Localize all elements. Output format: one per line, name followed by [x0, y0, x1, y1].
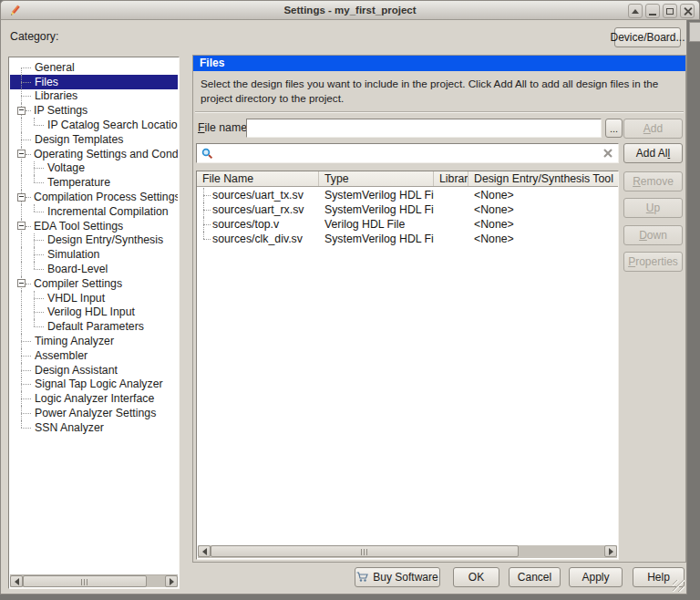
sidebar-item-label: Design Assistant — [34, 364, 118, 377]
sidebar-item-eda-tool-settings[interactable]: EDA Tool Settings — [10, 219, 178, 233]
tree-expander-icon[interactable] — [17, 150, 26, 158]
sidebar-item-label: Signal Tap Logic Analyzer — [34, 378, 163, 390]
column-header-type[interactable]: Type — [319, 171, 434, 186]
maximize-icon[interactable] — [663, 4, 677, 18]
file-filter-input[interactable] — [213, 145, 603, 161]
sidebar-item-label: Verilog HDL Input — [46, 305, 135, 318]
device-board-button[interactable]: Device/Board... — [614, 27, 681, 47]
file-name-cell: sources/uart_tx.sv — [212, 189, 304, 202]
sidebar-item-design-entry-synthesis[interactable]: Design Entry/Synthesis — [10, 233, 178, 248]
titlebar[interactable]: Settings - my_first_project — [0, 0, 700, 20]
clear-icon[interactable] — [603, 149, 612, 158]
column-header-library[interactable]: Library — [434, 171, 468, 186]
properties-button[interactable]: Properties — [623, 252, 683, 272]
tree-connector — [26, 276, 33, 291]
sidebar-item-label: Incremental Compilation — [46, 205, 169, 218]
scroll-left-icon[interactable] — [10, 575, 23, 587]
resize-grip[interactable] — [673, 580, 685, 592]
tree-expander-icon[interactable] — [17, 222, 26, 230]
table-scrollbar-thumb[interactable] — [211, 545, 519, 557]
up-button[interactable]: Up — [623, 198, 683, 218]
add-button[interactable]: Add — [623, 119, 683, 139]
sidebar-item-simulation[interactable]: Simulation — [10, 247, 178, 262]
tree-horizontal-scrollbar[interactable] — [10, 574, 178, 587]
tree-connector — [34, 233, 46, 248]
sidebar-item-files[interactable]: Files — [10, 75, 178, 89]
sidebar-item-general[interactable]: General — [10, 60, 178, 75]
tree-connector — [21, 420, 34, 435]
apply-button[interactable]: Apply — [569, 567, 623, 587]
sidebar-item-assembler[interactable]: Assembler — [10, 348, 178, 363]
tree-connector — [34, 305, 46, 320]
sidebar-item-label: Power Analyzer Settings — [34, 407, 156, 419]
sidebar-item-timing-analyzer[interactable]: Timing Analyzer — [10, 334, 178, 348]
sidebar-item-libraries[interactable]: Libraries — [10, 89, 178, 104]
description-line: Select the design files you want to incl… — [201, 77, 682, 91]
sidebar-item-compilation-process-settings[interactable]: Compilation Process Settings — [10, 190, 178, 204]
ok-button[interactable]: OK — [453, 567, 499, 587]
sidebar-item-temperature[interactable]: Temperature — [10, 175, 178, 190]
files-page-panel: Files Select the design files you want t… — [192, 55, 686, 563]
column-header-design-entry-tool[interactable]: Design Entry/Synthesis Tool — [468, 171, 618, 186]
category-tree-rows: GeneralFilesLibrariesIP SettingsIP Catal… — [10, 60, 178, 574]
tree-scrollbar-thumb[interactable] — [23, 575, 147, 587]
column-header-file-name[interactable]: File Name — [197, 171, 319, 186]
tree-connector — [34, 262, 46, 276]
sidebar-item-logic-analyzer-interface[interactable]: Logic Analyzer Interface — [10, 391, 178, 406]
table-horizontal-scrollbar[interactable] — [198, 545, 617, 558]
sidebar-item-label: VHDL Input — [46, 292, 105, 305]
browse-button[interactable]: ... — [605, 119, 623, 138]
category-tree[interactable]: GeneralFilesLibrariesIP SettingsIP Catal… — [8, 57, 180, 589]
table-row[interactable]: sources/clk_div.svSystemVerilog HDL File… — [197, 232, 618, 246]
file-filter-field[interactable] — [196, 143, 619, 163]
scroll-right-icon[interactable] — [165, 575, 178, 587]
file-name-input[interactable] — [246, 119, 602, 138]
tree-expander-icon[interactable] — [17, 279, 26, 287]
tree-connector — [21, 348, 34, 363]
sidebar-item-label: General — [34, 61, 75, 74]
sidebar-item-design-templates[interactable]: Design Templates — [10, 132, 178, 147]
tree-connector — [34, 204, 46, 219]
sidebar-item-power-analyzer-settings[interactable]: Power Analyzer Settings — [10, 406, 178, 420]
sidebar-item-design-assistant[interactable]: Design Assistant — [10, 363, 178, 378]
window-controls — [628, 4, 695, 18]
tree-connector — [203, 202, 212, 217]
sidebar-item-operating-settings-and-conditions[interactable]: Operating Settings and Conditions — [10, 147, 178, 161]
sidebar-item-ssn-analyzer[interactable]: SSN Analyzer — [10, 420, 178, 435]
table-row[interactable]: sources/uart_tx.svSystemVerilog HDL File… — [197, 188, 618, 202]
table-row[interactable]: sources/uart_rx.svSystemVerilog HDL File… — [197, 202, 618, 217]
add-all-button[interactable]: Add All — [623, 143, 683, 163]
tree-connector — [21, 132, 34, 147]
tree-connector — [203, 188, 212, 202]
scroll-left-icon[interactable] — [198, 545, 211, 557]
table-row[interactable]: sources/top.vVerilog HDL File<None> — [197, 217, 618, 232]
sidebar-item-label: Voltage — [46, 161, 85, 174]
sidebar-item-board-level[interactable]: Board-Level — [10, 262, 178, 276]
sidebar-item-compiler-settings[interactable]: Compiler Settings — [10, 276, 178, 291]
sidebar-item-signal-tap-logic-analyzer[interactable]: Signal Tap Logic Analyzer — [10, 378, 178, 392]
cancel-button[interactable]: Cancel — [509, 567, 561, 587]
sidebar-item-default-parameters[interactable]: Default Parameters — [10, 319, 178, 334]
tree-expander-icon[interactable] — [17, 193, 26, 202]
sidebar-item-label: SSN Analyzer — [34, 421, 104, 434]
scroll-right-icon[interactable] — [604, 545, 617, 557]
design-entry-tool-cell: <None> — [468, 189, 618, 202]
sidebar-item-ip-settings[interactable]: IP Settings — [10, 103, 178, 118]
sidebar-item-vhdl-input[interactable]: VHDL Input — [10, 291, 178, 305]
sidebar-item-incremental-compilation[interactable]: Incremental Compilation — [10, 204, 178, 219]
remove-button[interactable]: Remove — [623, 171, 683, 191]
down-button[interactable]: Down — [623, 225, 683, 245]
sidebar-item-verilog-hdl-input[interactable]: Verilog HDL Input — [10, 305, 178, 320]
sidebar-item-label: Default Parameters — [46, 320, 144, 333]
minimize-icon[interactable] — [645, 4, 660, 18]
close-icon[interactable] — [680, 4, 695, 18]
sidebar-item-ip-catalog-search-locations[interactable]: IP Catalog Search Locations — [10, 118, 178, 132]
buy-software-button[interactable]: Buy Software — [355, 567, 440, 587]
files-table[interactable]: File Name Type Library Design Entry/Synt… — [196, 171, 619, 560]
sidebar-item-label: Design Entry/Synthesis — [46, 233, 163, 246]
type-cell: SystemVerilog HDL File — [319, 233, 434, 245]
sidebar-item-voltage[interactable]: Voltage — [10, 161, 178, 176]
tree-expander-icon[interactable] — [17, 107, 26, 115]
design-entry-tool-cell: <None> — [468, 203, 618, 216]
shade-icon[interactable] — [628, 4, 643, 18]
